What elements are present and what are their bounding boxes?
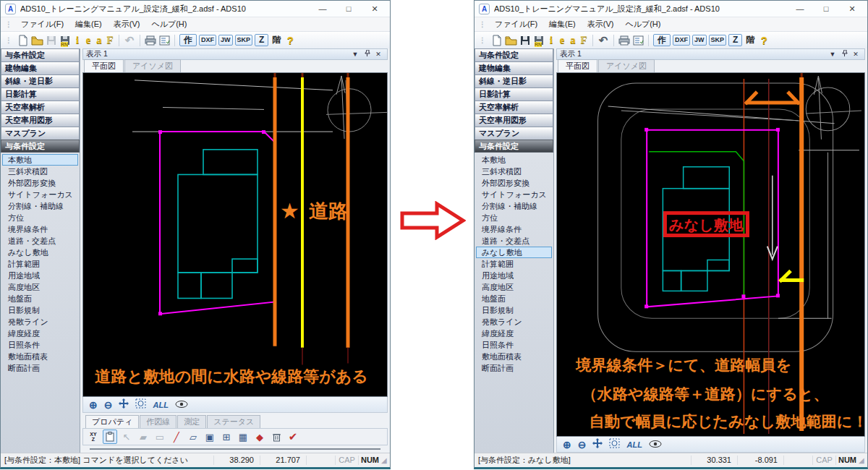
sidebar-item[interactable]: 緯度経度 [476,328,552,339]
skp-button[interactable]: SKP [235,35,253,46]
saku-mode-button[interactable]: 作 [179,34,197,46]
resize-grip[interactable]: ◢ [381,456,390,464]
jw-button[interactable]: JW [218,35,233,46]
zoom-in-icon[interactable]: ⊕ [563,439,571,450]
sidebar-item[interactable]: 境界線条件 [2,223,78,235]
sidebar-item[interactable]: 日照条件 [2,339,78,351]
sidebar-item[interactable]: 分割線・補助線 [2,200,78,212]
print-icon[interactable] [618,34,630,47]
e-tool-icon[interactable]: e [558,34,566,47]
save-as-icon[interactable]: RN [59,34,71,47]
pan-icon[interactable] [592,438,603,450]
menu-item[interactable]: ファイル(F) [15,17,69,31]
minimize-button[interactable]: — [789,4,811,13]
sidebar-item[interactable]: 道路・交差点 [476,235,552,247]
menu-item[interactable]: ファイル(F) [489,17,543,31]
sidebar-module-button[interactable]: マスプラン [1,127,80,140]
move-copy-icon[interactable]: ▣ [203,430,217,444]
view-collapse-icon[interactable]: ▼ [827,51,838,58]
sidebar-item[interactable]: みなし敷地 [2,247,78,258]
sidebar-item[interactable]: 断面計画 [476,362,552,374]
sidebar-item[interactable]: 方位 [476,212,552,223]
floor-button[interactable]: 階 [744,34,756,47]
sidebar-item[interactable]: 分割線・補助線 [476,200,552,212]
pin-icon[interactable] [361,50,373,59]
cad-canvas[interactable]: みなし敷地 境界線条件＞にて、道路幅員を （水路や線路等＋道路）にすると、 自動… [556,72,865,437]
dxf-button[interactable]: DXF [673,35,690,46]
sidebar-item[interactable]: 計算範囲 [2,258,78,270]
zoom-window-icon[interactable] [135,398,146,411]
new-file-icon[interactable] [491,34,503,47]
sidebar-item[interactable]: 境界線条件 [476,223,552,235]
sidebar-item[interactable]: 本敷地 [476,154,552,166]
sidebar-module-button[interactable]: 日影計算 [1,87,80,101]
sidebar-item[interactable]: サイトフォーカス [2,189,78,200]
sidebar-item[interactable]: 方位 [2,212,78,223]
sidebar-item[interactable]: 三斜求積図 [476,166,552,177]
close-button[interactable]: ✕ [841,4,863,14]
maximize-button[interactable]: □ [815,4,837,13]
minimize-button[interactable]: — [312,4,333,13]
sidebar-module-button[interactable]: マスプラン [475,127,553,140]
tab-plan-view[interactable]: 平面図 [558,59,597,72]
sidebar-item[interactable]: 用途地域 [2,270,78,281]
zoom-out-icon[interactable]: ⊖ [104,399,113,411]
sidebar-module-button[interactable]: 建物編集 [475,61,553,75]
save-icon[interactable] [519,34,531,47]
sidebar-module-button[interactable]: 建物編集 [1,61,80,75]
skp-button[interactable]: SKP [709,35,727,46]
zoom-all-button[interactable]: ALL [153,401,168,409]
sidebar-module-button[interactable]: 天空率解析 [475,101,553,114]
sidebar-item[interactable]: 日照条件 [476,339,552,351]
e-tool-icon[interactable]: e [84,34,93,47]
sidebar-item[interactable]: 地盤面 [2,293,78,304]
sidebar-item[interactable]: 計算範囲 [476,258,552,270]
a-tool-icon[interactable]: a [569,34,577,47]
tab-plan-view[interactable]: 平面図 [84,59,124,72]
floor-button[interactable]: 階 [271,34,282,47]
tab-properties[interactable]: プロパティ [85,415,139,428]
z-button[interactable]: Z [728,34,742,46]
sidebar-item[interactable]: 緯度経度 [2,328,78,339]
sidebar-module-button[interactable]: 与条件設定 [475,48,553,62]
sidebar-item[interactable]: 高度地区 [476,281,552,293]
f-tool-icon[interactable]: F [106,34,114,47]
close-button[interactable]: ✕ [364,4,386,14]
menu-item[interactable]: 表示(V) [582,17,620,31]
title-bar[interactable]: A ADS10_トレーニングマニュアル_設定済_緩和_2.adsf - ADS1… [1,1,390,17]
sidebar-item[interactable]: 高度地区 [2,281,78,293]
sidebar-module-button[interactable]: 天空率用図形 [1,114,80,127]
saku-mode-button[interactable]: 作 [653,34,671,46]
sidebar-module-button[interactable]: 与条件設定 [1,48,80,62]
undo-icon[interactable]: ↶ [597,34,609,47]
sidebar-item[interactable]: サイトフォーカス [476,189,552,200]
f-tool-icon[interactable]: F [579,34,588,47]
confirm-check-icon[interactable]: ✔ [286,430,300,444]
print-icon[interactable] [145,34,156,47]
tab-isometric-view[interactable]: アイソメ図 [598,59,655,72]
polygon-edit-icon[interactable]: ▱ [186,430,200,444]
options-list-icon[interactable] [632,34,644,47]
grid-sheet-icon[interactable]: ▦ [236,430,250,444]
zoom-window-icon[interactable] [609,438,620,450]
sidebar-item[interactable]: 発散ライン [476,316,552,328]
xyz-coordinate-icon[interactable]: XYZ [86,430,101,444]
sidebar-item[interactable]: 用途地域 [476,270,552,281]
title-bar[interactable]: A ADS10_トレーニングマニュアル_設定済_緩和_2.adsf - ADS1… [475,1,867,17]
zoom-in-icon[interactable]: ⊕ [89,399,98,411]
pan-icon[interactable] [119,398,129,411]
sidebar-item[interactable]: 発散ライン [2,316,78,328]
visibility-eye-icon[interactable] [175,399,188,411]
sidebar-item[interactable]: みなし敷地 [476,247,552,258]
trash-icon[interactable] [269,430,284,444]
z-button[interactable]: Z [255,34,268,46]
tab-measure[interactable]: 測定 [177,415,206,428]
cad-canvas[interactable]: ★ 道路 道路と敷地の間に水路や線路等がある [82,72,388,397]
sidebar-module-button[interactable]: 天空率用図形 [475,114,553,127]
sidebar-item[interactable]: 日影規制 [476,304,552,316]
resize-grip[interactable]: ◢ [859,456,867,464]
new-file-icon[interactable] [17,34,29,47]
sidebar-item[interactable]: 地盤面 [476,293,552,304]
view-collapse-icon[interactable]: ▼ [349,51,361,58]
open-file-icon[interactable] [505,34,517,47]
